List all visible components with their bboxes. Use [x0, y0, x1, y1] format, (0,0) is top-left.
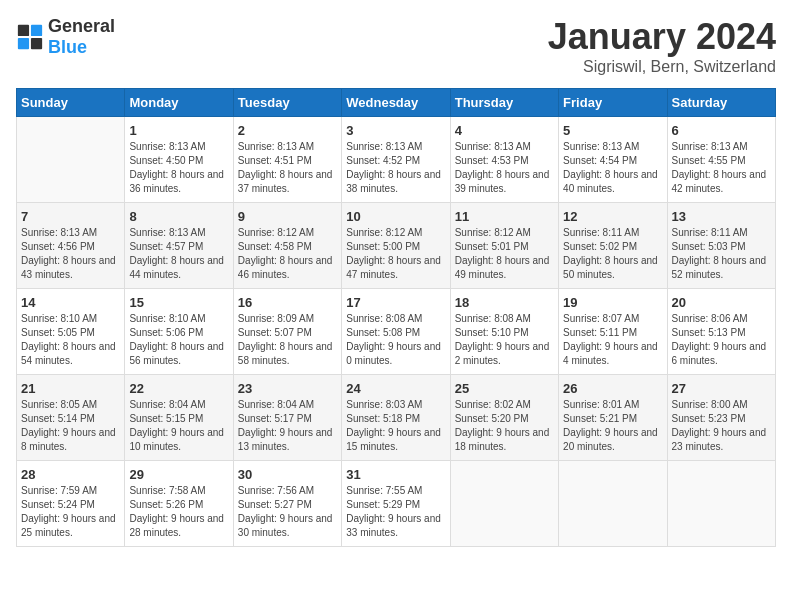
header-day-monday: Monday — [125, 89, 233, 117]
calendar-cell: 30Sunrise: 7:56 AMSunset: 5:27 PMDayligh… — [233, 461, 341, 547]
svg-rect-0 — [18, 25, 29, 36]
day-number: 11 — [455, 209, 554, 224]
day-info: Sunrise: 8:13 AMSunset: 4:51 PMDaylight:… — [238, 140, 337, 196]
calendar-cell: 1Sunrise: 8:13 AMSunset: 4:50 PMDaylight… — [125, 117, 233, 203]
logo-text: General Blue — [48, 16, 115, 58]
calendar-cell: 8Sunrise: 8:13 AMSunset: 4:57 PMDaylight… — [125, 203, 233, 289]
day-number: 28 — [21, 467, 120, 482]
day-number: 10 — [346, 209, 445, 224]
calendar-cell: 31Sunrise: 7:55 AMSunset: 5:29 PMDayligh… — [342, 461, 450, 547]
day-info: Sunrise: 8:05 AMSunset: 5:14 PMDaylight:… — [21, 398, 120, 454]
day-info: Sunrise: 8:13 AMSunset: 4:54 PMDaylight:… — [563, 140, 662, 196]
calendar-cell: 21Sunrise: 8:05 AMSunset: 5:14 PMDayligh… — [17, 375, 125, 461]
calendar-table: SundayMondayTuesdayWednesdayThursdayFrid… — [16, 88, 776, 547]
location-title: Sigriswil, Bern, Switzerland — [548, 58, 776, 76]
calendar-cell: 13Sunrise: 8:11 AMSunset: 5:03 PMDayligh… — [667, 203, 775, 289]
day-info: Sunrise: 7:58 AMSunset: 5:26 PMDaylight:… — [129, 484, 228, 540]
day-number: 27 — [672, 381, 771, 396]
logo-blue: Blue — [48, 37, 87, 57]
day-number: 9 — [238, 209, 337, 224]
calendar-cell: 2Sunrise: 8:13 AMSunset: 4:51 PMDaylight… — [233, 117, 341, 203]
header-day-wednesday: Wednesday — [342, 89, 450, 117]
day-number: 2 — [238, 123, 337, 138]
day-info: Sunrise: 8:07 AMSunset: 5:11 PMDaylight:… — [563, 312, 662, 368]
calendar-cell: 28Sunrise: 7:59 AMSunset: 5:24 PMDayligh… — [17, 461, 125, 547]
calendar-cell: 18Sunrise: 8:08 AMSunset: 5:10 PMDayligh… — [450, 289, 558, 375]
calendar-cell: 17Sunrise: 8:08 AMSunset: 5:08 PMDayligh… — [342, 289, 450, 375]
day-info: Sunrise: 8:04 AMSunset: 5:15 PMDaylight:… — [129, 398, 228, 454]
header-day-sunday: Sunday — [17, 89, 125, 117]
day-number: 20 — [672, 295, 771, 310]
day-number: 14 — [21, 295, 120, 310]
day-info: Sunrise: 7:59 AMSunset: 5:24 PMDaylight:… — [21, 484, 120, 540]
day-number: 31 — [346, 467, 445, 482]
day-number: 25 — [455, 381, 554, 396]
day-number: 22 — [129, 381, 228, 396]
day-info: Sunrise: 7:55 AMSunset: 5:29 PMDaylight:… — [346, 484, 445, 540]
day-number: 21 — [21, 381, 120, 396]
day-info: Sunrise: 8:13 AMSunset: 4:53 PMDaylight:… — [455, 140, 554, 196]
day-number: 30 — [238, 467, 337, 482]
day-info: Sunrise: 8:13 AMSunset: 4:50 PMDaylight:… — [129, 140, 228, 196]
day-number: 1 — [129, 123, 228, 138]
day-info: Sunrise: 8:13 AMSunset: 4:57 PMDaylight:… — [129, 226, 228, 282]
calendar-cell: 9Sunrise: 8:12 AMSunset: 4:58 PMDaylight… — [233, 203, 341, 289]
day-number: 18 — [455, 295, 554, 310]
calendar-cell: 16Sunrise: 8:09 AMSunset: 5:07 PMDayligh… — [233, 289, 341, 375]
calendar-cell: 23Sunrise: 8:04 AMSunset: 5:17 PMDayligh… — [233, 375, 341, 461]
calendar-cell — [559, 461, 667, 547]
calendar-cell: 22Sunrise: 8:04 AMSunset: 5:15 PMDayligh… — [125, 375, 233, 461]
day-number: 19 — [563, 295, 662, 310]
calendar-cell: 12Sunrise: 8:11 AMSunset: 5:02 PMDayligh… — [559, 203, 667, 289]
calendar-cell: 3Sunrise: 8:13 AMSunset: 4:52 PMDaylight… — [342, 117, 450, 203]
day-info: Sunrise: 8:08 AMSunset: 5:08 PMDaylight:… — [346, 312, 445, 368]
header-day-saturday: Saturday — [667, 89, 775, 117]
day-number: 7 — [21, 209, 120, 224]
day-number: 16 — [238, 295, 337, 310]
header-day-thursday: Thursday — [450, 89, 558, 117]
logo: General Blue — [16, 16, 115, 58]
svg-rect-1 — [31, 25, 42, 36]
day-info: Sunrise: 8:11 AMSunset: 5:02 PMDaylight:… — [563, 226, 662, 282]
day-number: 23 — [238, 381, 337, 396]
week-row-1: 1Sunrise: 8:13 AMSunset: 4:50 PMDaylight… — [17, 117, 776, 203]
day-info: Sunrise: 8:09 AMSunset: 5:07 PMDaylight:… — [238, 312, 337, 368]
day-number: 26 — [563, 381, 662, 396]
day-info: Sunrise: 8:03 AMSunset: 5:18 PMDaylight:… — [346, 398, 445, 454]
logo-icon — [16, 23, 44, 51]
day-number: 8 — [129, 209, 228, 224]
calendar-cell — [450, 461, 558, 547]
svg-rect-3 — [31, 38, 42, 49]
title-area: January 2024 Sigriswil, Bern, Switzerlan… — [548, 16, 776, 76]
day-number: 12 — [563, 209, 662, 224]
day-number: 5 — [563, 123, 662, 138]
day-number: 4 — [455, 123, 554, 138]
calendar-cell: 10Sunrise: 8:12 AMSunset: 5:00 PMDayligh… — [342, 203, 450, 289]
day-info: Sunrise: 8:12 AMSunset: 5:01 PMDaylight:… — [455, 226, 554, 282]
day-info: Sunrise: 8:01 AMSunset: 5:21 PMDaylight:… — [563, 398, 662, 454]
calendar-cell — [667, 461, 775, 547]
day-info: Sunrise: 8:10 AMSunset: 5:06 PMDaylight:… — [129, 312, 228, 368]
day-number: 15 — [129, 295, 228, 310]
calendar-cell: 25Sunrise: 8:02 AMSunset: 5:20 PMDayligh… — [450, 375, 558, 461]
calendar-cell: 11Sunrise: 8:12 AMSunset: 5:01 PMDayligh… — [450, 203, 558, 289]
day-info: Sunrise: 8:10 AMSunset: 5:05 PMDaylight:… — [21, 312, 120, 368]
day-info: Sunrise: 8:13 AMSunset: 4:55 PMDaylight:… — [672, 140, 771, 196]
calendar-cell: 15Sunrise: 8:10 AMSunset: 5:06 PMDayligh… — [125, 289, 233, 375]
svg-rect-2 — [18, 38, 29, 49]
calendar-cell: 4Sunrise: 8:13 AMSunset: 4:53 PMDaylight… — [450, 117, 558, 203]
calendar-cell: 20Sunrise: 8:06 AMSunset: 5:13 PMDayligh… — [667, 289, 775, 375]
logo-general: General — [48, 16, 115, 36]
calendar-cell: 14Sunrise: 8:10 AMSunset: 5:05 PMDayligh… — [17, 289, 125, 375]
header-day-tuesday: Tuesday — [233, 89, 341, 117]
calendar-cell: 6Sunrise: 8:13 AMSunset: 4:55 PMDaylight… — [667, 117, 775, 203]
day-info: Sunrise: 8:06 AMSunset: 5:13 PMDaylight:… — [672, 312, 771, 368]
day-number: 24 — [346, 381, 445, 396]
week-row-4: 21Sunrise: 8:05 AMSunset: 5:14 PMDayligh… — [17, 375, 776, 461]
calendar-cell: 7Sunrise: 8:13 AMSunset: 4:56 PMDaylight… — [17, 203, 125, 289]
day-info: Sunrise: 8:04 AMSunset: 5:17 PMDaylight:… — [238, 398, 337, 454]
header-row: SundayMondayTuesdayWednesdayThursdayFrid… — [17, 89, 776, 117]
calendar-cell: 19Sunrise: 8:07 AMSunset: 5:11 PMDayligh… — [559, 289, 667, 375]
day-info: Sunrise: 7:56 AMSunset: 5:27 PMDaylight:… — [238, 484, 337, 540]
day-number: 3 — [346, 123, 445, 138]
